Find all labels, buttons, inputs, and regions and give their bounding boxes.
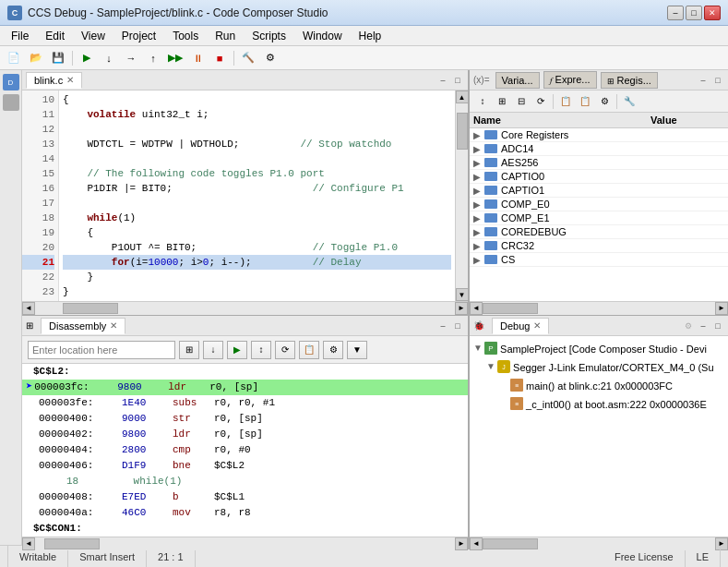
toolbar-step-out[interactable]: ↑ xyxy=(143,49,163,67)
reg-row-coredebug[interactable]: ▶ COREDEBUG xyxy=(470,225,728,239)
editor-maximize-btn[interactable]: □ xyxy=(451,74,464,87)
reg-expand-cs[interactable]: ▶ xyxy=(473,255,484,265)
reg-expand-compe1[interactable]: ▶ xyxy=(473,213,484,223)
reg-row-captio1[interactable]: ▶ CAPTIO1 xyxy=(470,184,728,198)
reg-expand-adc14[interactable]: ▶ xyxy=(473,144,484,154)
tab-expressions[interactable]: 𝑓 Expre... xyxy=(543,71,597,89)
disasm-row-000003fc[interactable]: ➤ 000003fc: 9800 ldr r0, [sp] xyxy=(22,380,468,395)
reg-btn-4[interactable]: ⟳ xyxy=(531,93,550,110)
debug-hscroll-track[interactable] xyxy=(483,537,715,550)
reg-expand-captio1[interactable]: ▶ xyxy=(473,186,484,196)
menu-window[interactable]: Window xyxy=(295,28,350,44)
tab-debug[interactable]: Debug ✕ xyxy=(492,318,549,334)
reg-row-core[interactable]: ▶ Core Registers xyxy=(470,128,728,142)
reg-row-crc32[interactable]: ▶ CRC32 xyxy=(470,239,728,253)
reg-hscroll-track[interactable] xyxy=(483,302,715,315)
reg-expand-compe0[interactable]: ▶ xyxy=(473,199,484,210)
disasm-tab-close[interactable]: ✕ xyxy=(110,320,117,331)
tab-disassembly[interactable]: Disassembly ✕ xyxy=(41,318,125,334)
vscroll-down-btn[interactable]: ▼ xyxy=(456,288,469,301)
debug-tree-emulator[interactable]: ▼ J Segger J-Link Emulator/CORTEX_M4_0 (… xyxy=(486,358,724,377)
toolbar-debug[interactable]: ▶ xyxy=(77,49,97,67)
disasm-step2-btn[interactable]: ▶ xyxy=(227,341,247,359)
reg-row-compe1[interactable]: ▶ COMP_E1 xyxy=(470,211,728,225)
reg-minimize-btn[interactable]: – xyxy=(697,74,710,87)
reg-maximize-btn[interactable]: □ xyxy=(711,74,724,87)
disasm-hscroll-thumb[interactable] xyxy=(44,538,100,549)
menu-help[interactable]: Help xyxy=(352,28,389,44)
disasm-maximize-btn[interactable]: □ xyxy=(451,320,464,332)
disasm-location-input[interactable] xyxy=(28,341,175,359)
debug-tree-cint00[interactable]: ▶ ≡ _c_int00() at boot.asm:222 0x0000036… xyxy=(499,395,724,414)
disasm-row-00000404[interactable]: 00000404: 2800 cmp r0, #0 xyxy=(22,442,468,458)
disasm-row-00000400[interactable]: 00000400: 9000 str r0, [sp] xyxy=(22,411,468,427)
toolbar-settings[interactable]: ⚙ xyxy=(260,49,280,67)
disasm-row-00000406[interactable]: 00000406: D1F9 bne $C$L2 xyxy=(22,458,468,474)
sidebar-vars-icon[interactable] xyxy=(3,94,19,111)
disasm-hscroll-right[interactable]: ► xyxy=(455,537,468,550)
hscroll-thumb[interactable] xyxy=(63,303,118,314)
disasm-minimize-btn[interactable]: – xyxy=(436,320,449,332)
tab-registers-inactive[interactable]: ⊞ Regis... xyxy=(601,72,658,89)
reg-row-aes256[interactable]: ▶ AES256 xyxy=(470,156,728,170)
editor-vscrollbar[interactable]: ▲ ▼ xyxy=(455,90,468,301)
disasm-step3-btn[interactable]: ↕ xyxy=(251,341,271,359)
debug-hscroll-thumb[interactable] xyxy=(483,538,538,549)
toolbar-new[interactable]: 📄 xyxy=(4,49,24,67)
reg-expand-captio0[interactable]: ▶ xyxy=(473,172,484,182)
maximize-button[interactable]: □ xyxy=(686,6,702,20)
toolbar-step-into[interactable]: ↓ xyxy=(99,49,119,67)
reg-btn-8[interactable]: 🔧 xyxy=(620,93,638,110)
debug-hscrollbar[interactable]: ◄ ► xyxy=(470,537,728,549)
debug-hscroll-left[interactable]: ◄ xyxy=(470,537,483,550)
reg-expand-crc32[interactable]: ▶ xyxy=(473,241,484,251)
reg-btn-3[interactable]: ⊟ xyxy=(512,93,531,110)
menu-tools[interactable]: Tools xyxy=(165,28,206,44)
disasm-row-00000402[interactable]: 00000402: 9800 ldr r0, [sp] xyxy=(22,427,468,442)
menu-edit[interactable]: Edit xyxy=(38,28,72,44)
hscroll-right-btn[interactable]: ► xyxy=(455,302,468,315)
toolbar-step-over[interactable]: → xyxy=(121,49,141,67)
reg-btn-5[interactable]: 📋 xyxy=(556,93,575,110)
disasm-row-0000040a[interactable]: 0000040a: 46C0 mov r8, r8 xyxy=(22,505,468,521)
reg-btn-2[interactable]: ⊞ xyxy=(493,93,511,110)
toolbar-open[interactable]: 📂 xyxy=(26,49,46,67)
disasm-hscrollbar[interactable]: ◄ ► xyxy=(22,537,468,549)
debug-maximize-btn[interactable]: □ xyxy=(711,320,724,332)
toolbar-terminate[interactable]: ■ xyxy=(209,49,230,67)
disasm-settings-btn[interactable]: ⚙ xyxy=(323,341,343,359)
reg-expand-coredebug[interactable]: ▶ xyxy=(473,227,484,237)
disasm-row-00000408[interactable]: 00000408: E7ED b $C$L1 xyxy=(22,489,468,505)
disasm-row-000003fe[interactable]: 000003fe: 1E40 subs r0, r0, #1 xyxy=(22,395,468,411)
reg-hscroll-left[interactable]: ◄ xyxy=(470,302,483,315)
reg-hscroll-right[interactable]: ► xyxy=(715,302,728,315)
menu-view[interactable]: View xyxy=(74,28,113,44)
reg-hscroll-thumb[interactable] xyxy=(483,303,538,314)
tab-variables[interactable]: Varia... xyxy=(495,72,540,89)
debug-expand-project[interactable]: ▼ xyxy=(473,343,484,353)
hscroll-track[interactable] xyxy=(35,302,455,315)
vscroll-up-btn[interactable]: ▲ xyxy=(456,90,469,103)
reg-row-compe0[interactable]: ▶ COMP_E0 xyxy=(470,198,728,211)
menu-run[interactable]: Run xyxy=(208,28,243,44)
toolbar-save[interactable]: 💾 xyxy=(48,49,68,67)
reg-row-cs[interactable]: ▶ CS xyxy=(470,253,728,267)
editor-tab-blink[interactable]: blink.c ✕ xyxy=(26,72,82,89)
menu-file[interactable]: File xyxy=(4,28,36,44)
disasm-go-btn[interactable]: ⊞ xyxy=(179,341,199,359)
hscroll-left-btn[interactable]: ◄ xyxy=(22,302,35,315)
editor-hscrollbar[interactable]: ◄ ► xyxy=(22,301,468,314)
debug-tree-main[interactable]: ▶ ≡ main() at blink.c:21 0x000003FC xyxy=(499,377,724,395)
editor-minimize-btn[interactable]: – xyxy=(436,74,449,87)
vscroll-track[interactable] xyxy=(456,103,469,288)
debug-expand-emulator[interactable]: ▼ xyxy=(486,361,497,371)
reg-expand-core[interactable]: ▶ xyxy=(473,130,484,140)
reg-row-adc14[interactable]: ▶ ADC14 xyxy=(470,142,728,156)
reg-btn-1[interactable]: ↕ xyxy=(473,93,492,110)
disasm-copy-btn[interactable]: 📋 xyxy=(299,341,319,359)
disasm-more-btn[interactable]: ▼ xyxy=(347,341,367,359)
sidebar-debug-icon[interactable]: D xyxy=(3,74,19,90)
reg-row-captio0[interactable]: ▶ CAPTIO0 xyxy=(470,170,728,184)
code-content[interactable]: { volatile uint32_t i; WDTCTL = WDTPW | … xyxy=(59,90,455,301)
editor-tab-close[interactable]: ✕ xyxy=(66,75,74,85)
